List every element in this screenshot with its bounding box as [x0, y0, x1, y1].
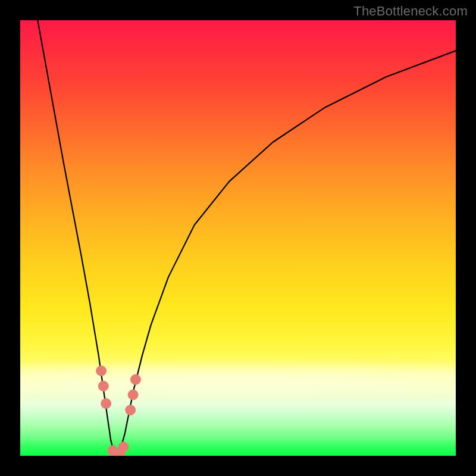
curve-marker	[96, 366, 107, 376]
plot-area	[20, 20, 456, 456]
curve-marker	[128, 390, 138, 400]
watermark-text: TheBottleneck.com	[353, 4, 468, 19]
curve-marker	[130, 374, 140, 384]
curve-marker	[118, 442, 129, 452]
curve-layer	[20, 20, 456, 456]
curve-marker	[98, 381, 108, 391]
curve-marker	[126, 405, 136, 415]
chart-frame: TheBottleneck.com	[0, 0, 476, 476]
curve-markers-group	[96, 366, 141, 456]
curve-marker	[101, 399, 111, 409]
